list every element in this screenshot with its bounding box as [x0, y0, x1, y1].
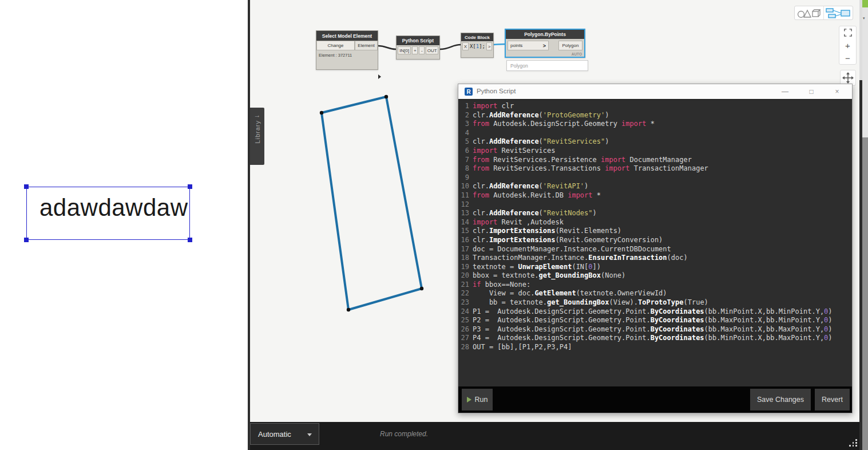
code-line: 15clr.ImportExtensions(Revit.Elements): [461, 227, 852, 236]
save-changes-button[interactable]: Save Changes: [750, 389, 811, 410]
output-port-marker[interactable]: [378, 74, 381, 79]
code-line: 14import Revit ,Autodesk: [461, 218, 852, 227]
selection-handle[interactable]: [24, 238, 29, 242]
code-line: 10clr.AddReference('RevitAPI'): [461, 182, 852, 191]
code-line: 12: [461, 200, 852, 210]
selection-handle[interactable]: [188, 238, 192, 242]
window-resize-grip[interactable]: [849, 439, 858, 448]
run-button[interactable]: Run: [462, 389, 493, 410]
node-select-model-element[interactable]: Select Model Element Change Element Elem…: [316, 30, 378, 70]
code-line: 22 View = doc.GetElement(textnote.OwnerV…: [461, 289, 852, 298]
node-value-label: Element : 372711: [316, 50, 378, 60]
selection-handle[interactable]: [188, 184, 192, 189]
revit-view-pane[interactable]: adawdawdaw: [0, 0, 248, 450]
node-title[interactable]: Polygon.ByPoints: [506, 30, 584, 39]
pan-arrows-icon: [842, 72, 854, 84]
output-port[interactable]: >: [486, 42, 492, 50]
code-line: 24P1 = Autodesk.DesignScript.Geometry.Po…: [461, 307, 852, 317]
code-line: 17doc = DocumentManager.Instance.Current…: [461, 245, 852, 254]
expand-arrow-icon: →: [254, 111, 261, 119]
code-block-expression[interactable]: X[1];: [470, 44, 485, 49]
textnote-text[interactable]: adawdawdaw: [39, 194, 188, 222]
node-graph-icon: [826, 7, 851, 19]
code-line: 27P4 = Autodesk.DesignScript.Geometry.Po…: [461, 334, 852, 343]
code-line: 20bbox = textnote.get_BoundingBox(None): [461, 271, 852, 281]
editor-titlebar[interactable]: R Python Script — □ ×: [458, 84, 852, 99]
node-code-block[interactable]: Code Block X X[1]; >: [461, 33, 494, 58]
code-line: 2clr.AddReference('ProtoGeometry'): [461, 111, 852, 120]
code-line: 19textnote = UnwrapElement(IN[0]): [461, 263, 852, 272]
editor-window-title: Python Script: [477, 88, 516, 94]
library-expand-tab[interactable]: → Library: [250, 108, 264, 165]
code-line: 23 bb = textnote.get_BoundingBox(View).T…: [461, 298, 852, 307]
node-title[interactable]: Python Script: [397, 36, 439, 45]
input-port-x[interactable]: X: [462, 42, 469, 50]
add-input-button[interactable]: +: [412, 46, 418, 54]
close-button[interactable]: ×: [831, 86, 843, 97]
code-line: 13clr.AddReference("RevitNodes"): [461, 209, 852, 218]
graph-view-toggle[interactable]: [824, 6, 853, 19]
selection-handle[interactable]: [24, 184, 29, 189]
code-line: 8from RevitServices.Transactions import …: [461, 164, 852, 173]
library-tab-label: Library: [254, 120, 261, 144]
code-line: 16clr.ImportExtensions(Revit.GeometryCon…: [461, 236, 852, 245]
code-line: 5clr.AddReference("RevitServices"): [461, 137, 852, 147]
code-editor-area[interactable]: 1import clr2clr.AddReference('ProtoGeome…: [458, 100, 852, 386]
zoom-out-button[interactable]: −: [839, 52, 856, 64]
run-mode-dropdown[interactable]: Automatic: [250, 423, 319, 445]
run-status-text: Run completed.: [380, 430, 428, 438]
screen: adawdawdaw → Library Select Model Elemen…: [0, 0, 868, 450]
code-line: 21if bbox==None:: [461, 281, 852, 290]
output-port-element[interactable]: Element: [355, 41, 378, 50]
play-icon: [467, 397, 471, 402]
node-caption-box[interactable]: Polygon: [506, 60, 588, 71]
change-button[interactable]: Change: [316, 41, 355, 50]
code-line: 26P3 = Autodesk.DesignScript.Geometry.Po…: [461, 325, 852, 334]
output-port-out[interactable]: OUT: [426, 46, 438, 54]
node-title[interactable]: Select Model Element: [316, 31, 378, 41]
chevron-down-icon: ▾: [863, 16, 865, 21]
editor-action-bar: Run Save Changes Revert: [458, 386, 852, 413]
node-title[interactable]: Code Block: [461, 33, 493, 41]
view-toggle-group: [794, 6, 853, 20]
code-line: 6import RevitServices: [461, 147, 852, 156]
zoom-in-button[interactable]: +: [839, 39, 856, 52]
code-line: 18TransactionManager.Instance.EnsureInTr…: [461, 254, 852, 263]
code-line: 1import clr: [461, 102, 852, 111]
run-mode-value: Automatic: [258, 430, 291, 439]
zoom-control-panel: + −: [839, 26, 857, 65]
output-port-polygon[interactable]: Polygon: [558, 41, 582, 50]
fit-to-screen-button[interactable]: [839, 26, 856, 39]
dynamo-run-bar: Automatic Run completed.: [250, 422, 859, 450]
node-polygon-bypoints[interactable]: Polygon.ByPoints points > Polygon AUTO: [505, 29, 585, 58]
chevron-down-icon: [307, 433, 312, 436]
revert-button[interactable]: Revert: [815, 389, 850, 410]
port-chevron-icon: >: [543, 43, 546, 49]
python-script-editor-window: R Python Script — □ × 1import clr2clr.Ad…: [458, 84, 853, 413]
lacing-badge[interactable]: AUTO: [572, 52, 582, 56]
code-line: 25P2 = Autodesk.DesignScript.Geometry.Po…: [461, 316, 852, 325]
remove-input-button[interactable]: -: [419, 46, 425, 54]
code-line: 11from Autodesk.Revit.DB import *: [461, 191, 852, 200]
node-python-script[interactable]: Python Script IN[0] + - OUT: [396, 35, 440, 60]
input-port-in0[interactable]: IN[0]: [398, 46, 411, 54]
code-line: 7from RevitServices.Persistence import D…: [461, 156, 852, 165]
code-line: 3from Autodesk.DesignScript.Geometry imp…: [461, 120, 852, 129]
textnote-selection-box[interactable]: adawdawdaw: [26, 187, 190, 240]
geometry-shapes-icon: [796, 7, 822, 19]
minimize-button[interactable]: —: [779, 86, 791, 97]
revit-app-icon: R: [465, 88, 473, 96]
background-window-sliver: ▾: [862, 0, 868, 450]
code-line: 28OUT = [bb],[P1,P2,P3,P4]: [461, 343, 852, 352]
input-port-points[interactable]: points >: [508, 41, 549, 50]
geometry-view-toggle[interactable]: [795, 6, 824, 19]
code-line: 4: [461, 129, 852, 138]
maximize-button[interactable]: □: [805, 86, 818, 97]
background-icon-fragment: [862, 0, 868, 7]
fit-to-screen-icon: [844, 29, 852, 37]
code-line: 9: [461, 173, 852, 183]
